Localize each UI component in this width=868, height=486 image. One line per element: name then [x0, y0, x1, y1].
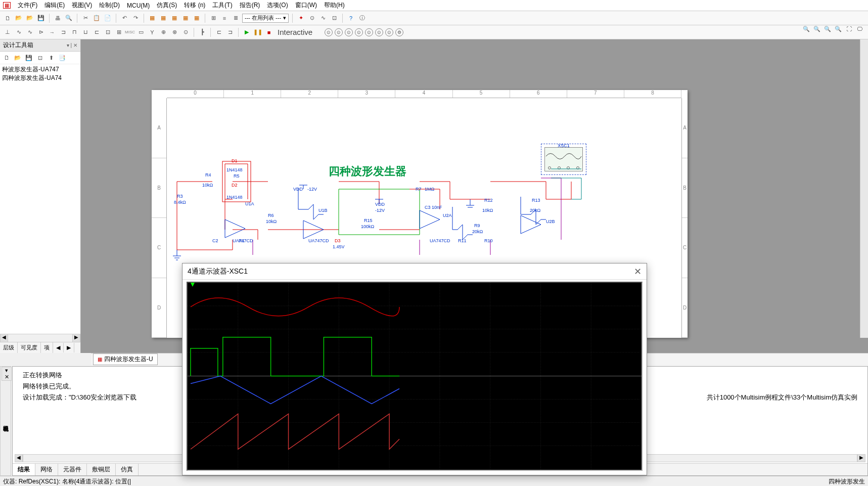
preview-icon[interactable]: 🔍	[64, 14, 73, 23]
tab-visible[interactable]: 可见度	[18, 342, 41, 353]
menu-mcu[interactable]: MCU(M)	[127, 2, 150, 9]
inst-1-icon[interactable]: ⊙	[325, 28, 333, 36]
menu-draw[interactable]: 绘制(D)	[99, 1, 120, 10]
menu-option[interactable]: 选项(O)	[267, 1, 288, 10]
comp-10-icon[interactable]: ⊡	[103, 28, 112, 37]
comp-13-icon[interactable]: Y	[148, 28, 157, 37]
comp-8-icon[interactable]: ⊔	[81, 28, 90, 37]
comp-15-icon[interactable]: ⊗	[170, 28, 179, 37]
inst-gear-icon[interactable]: ⚙	[395, 28, 403, 36]
paste-icon[interactable]: 📄	[103, 14, 112, 23]
open2-icon[interactable]: 📂	[25, 14, 34, 23]
fullscreen-icon[interactable]: ⛶	[844, 24, 853, 33]
canvas-vscroll[interactable]	[860, 39, 868, 338]
comp-12-icon[interactable]: ▭	[136, 28, 146, 37]
open-icon[interactable]: 📂	[14, 14, 23, 23]
tab-copper[interactable]: 敷铜层	[87, 464, 116, 475]
hier-2-icon[interactable]: ⊐	[225, 28, 235, 37]
info-icon[interactable]: ⓘ	[357, 14, 367, 23]
inst-3-icon[interactable]: ⊙	[345, 28, 353, 36]
print-icon[interactable]: 🖶	[53, 14, 62, 23]
tool-a-icon[interactable]: ✦	[296, 14, 305, 23]
menu-help[interactable]: 帮助(H)	[324, 1, 345, 10]
tab-net[interactable]: 网络	[35, 464, 58, 475]
menu-view[interactable]: 视图(V)	[72, 1, 92, 10]
grid4-icon[interactable]: ▦	[181, 14, 190, 23]
tab-components[interactable]: 元器件	[58, 464, 87, 475]
inst-4-icon[interactable]: ⊙	[355, 28, 363, 36]
comp-14-icon[interactable]: ⊕	[159, 28, 168, 37]
zoom-in-icon[interactable]: 🔍	[802, 24, 811, 33]
tool-b-icon[interactable]: ⊙	[307, 14, 316, 23]
screen-icon[interactable]: 🖵	[855, 24, 864, 33]
tool-c-icon[interactable]: ∿	[318, 14, 328, 23]
pause-button[interactable]: ❚❚	[253, 28, 262, 37]
sb-save-icon[interactable]: 💾	[24, 53, 33, 62]
comp-7-icon[interactable]: ⊓	[70, 28, 79, 37]
scope-screen[interactable]	[187, 282, 643, 471]
menu-tool[interactable]: 工具(T)	[212, 1, 232, 10]
tab-nav-left[interactable]: ◀	[53, 343, 64, 352]
menu-window[interactable]: 窗口(W)	[295, 1, 317, 10]
redo-icon[interactable]: ↷	[131, 14, 140, 23]
place-bus-icon[interactable]: ┣	[198, 28, 207, 37]
comp-9-icon[interactable]: ⊏	[92, 28, 101, 37]
comp-3-icon[interactable]: ∿	[25, 28, 34, 37]
vertical-tab-spreadsheet[interactable]: 电子表格视图	[0, 366, 11, 476]
undo-icon[interactable]: ↶	[120, 14, 129, 23]
tab-simulation[interactable]: 仿真	[116, 464, 139, 475]
scope-titlebar[interactable]: 4通道示波器-XSC1 ✕	[182, 263, 647, 280]
tool-d-icon[interactable]: ⊡	[330, 14, 339, 23]
run-button[interactable]: ▶	[242, 28, 251, 37]
grid3-icon[interactable]: ▦	[170, 14, 179, 23]
inst-6-icon[interactable]: ⊙	[375, 28, 383, 36]
menu-transfer[interactable]: 转移 (n)	[184, 1, 205, 10]
sb-docs-icon[interactable]: 📑	[58, 53, 67, 62]
save-icon[interactable]: 💾	[36, 14, 45, 23]
menu-edit[interactable]: 编辑(E)	[44, 1, 65, 10]
grid1-icon[interactable]: ▦	[148, 14, 157, 23]
zoom-fit-icon[interactable]: 🔍	[834, 24, 843, 33]
menu-file[interactable]: 文件(F)	[18, 1, 37, 10]
zoom-area-icon[interactable]: 🔍	[823, 24, 832, 33]
db-icon[interactable]: ⊞	[209, 14, 218, 23]
tab-project[interactable]: 项	[41, 342, 53, 353]
menu-sim[interactable]: 仿真(S)	[157, 1, 177, 10]
panel-handle[interactable]: ▾✕	[2, 367, 12, 381]
sidebar-hscroll[interactable]: ◀ ▶	[0, 334, 80, 342]
tab-level[interactable]: 层级	[0, 342, 18, 353]
scroll-left-icon[interactable]: ◀	[0, 334, 8, 342]
comp-1-icon[interactable]: ⊥	[3, 28, 12, 37]
sidebar-tree[interactable]: 种波形发生器-UA747 四种波形发生器-UA74	[0, 64, 80, 334]
sb-up-icon[interactable]: ⬆	[47, 53, 56, 62]
close-icon[interactable]: ✕	[634, 266, 642, 277]
comp-2-icon[interactable]: ∿	[14, 28, 23, 37]
comp-misc-icon[interactable]: MISC	[125, 28, 134, 37]
tree-item-1[interactable]: 种波形发生器-UA747	[2, 65, 78, 74]
zoom-out-icon[interactable]: 🔍	[812, 24, 821, 33]
comp-5-icon[interactable]: →	[48, 28, 57, 37]
tree-item-2[interactable]: 四种波形发生器-UA74	[2, 74, 78, 82]
inuse-list-combo[interactable]: --- 在用列表 ---▾	[242, 14, 289, 23]
grid2-icon[interactable]: ▦	[159, 14, 168, 23]
comp-16-icon[interactable]: ⊙	[181, 28, 190, 37]
inst-7-icon[interactable]: ⊙	[385, 28, 393, 36]
copy-icon[interactable]: 📋	[92, 14, 101, 23]
oscilloscope-window[interactable]: 4通道示波器-XSC1 ✕	[182, 263, 647, 475]
inst-5-icon[interactable]: ⊙	[365, 28, 373, 36]
sb-x-icon[interactable]: ⊡	[35, 53, 44, 62]
file-tab-active[interactable]: ▦ 四种波形发生器-U	[93, 354, 158, 365]
menu-report[interactable]: 报告(R)	[240, 1, 260, 10]
hier-1-icon[interactable]: ⊏	[214, 28, 223, 37]
new-icon[interactable]: 🗋	[3, 14, 12, 23]
tab-nav-right[interactable]: ▶	[64, 343, 74, 352]
inst-2-icon[interactable]: ⊙	[335, 28, 343, 36]
scroll-right-icon[interactable]: ▶	[72, 334, 80, 342]
list2-icon[interactable]: ≣	[231, 14, 240, 23]
grid5-icon[interactable]: ▦	[192, 14, 201, 23]
sb-new-icon[interactable]: 🗋	[2, 53, 11, 62]
tab-result[interactable]: 结果	[13, 464, 35, 475]
scroll-left-icon[interactable]: ◀	[15, 454, 23, 462]
help-icon[interactable]: ?	[346, 14, 355, 23]
scroll-right-icon[interactable]: ▶	[857, 454, 865, 462]
